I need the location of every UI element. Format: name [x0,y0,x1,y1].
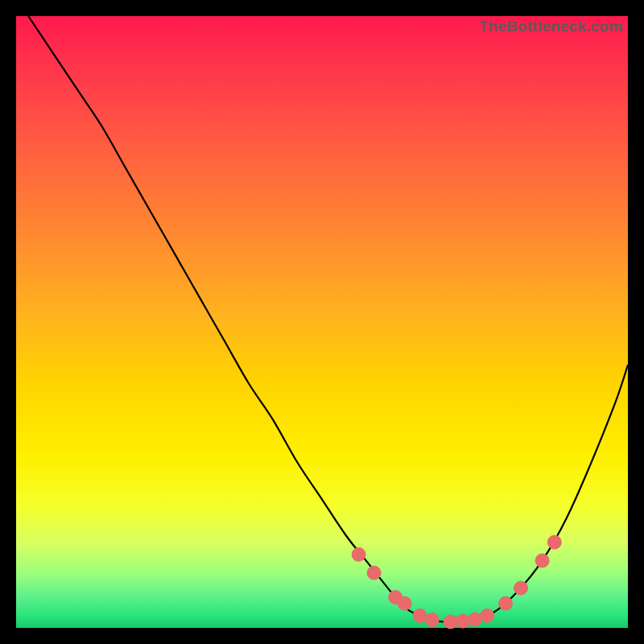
highlight-dot [456,614,469,628]
highlight-dot [425,613,439,627]
highlight-dot [398,597,411,610]
highlight-dot [469,613,482,626]
highlight-dot [367,566,381,580]
highlight-dot [535,554,549,568]
highlight-dot [413,609,427,622]
highlight-dot [444,615,457,629]
bottleneck-curve [28,16,628,621]
chart-plot [16,16,628,628]
highlight-dot [352,547,365,561]
highlight-dot [547,535,561,549]
highlight-dot [481,609,494,622]
highlight-dot [514,581,528,595]
highlight-dot [499,597,513,610]
chart-frame: TheBottleneck.com [16,16,628,628]
